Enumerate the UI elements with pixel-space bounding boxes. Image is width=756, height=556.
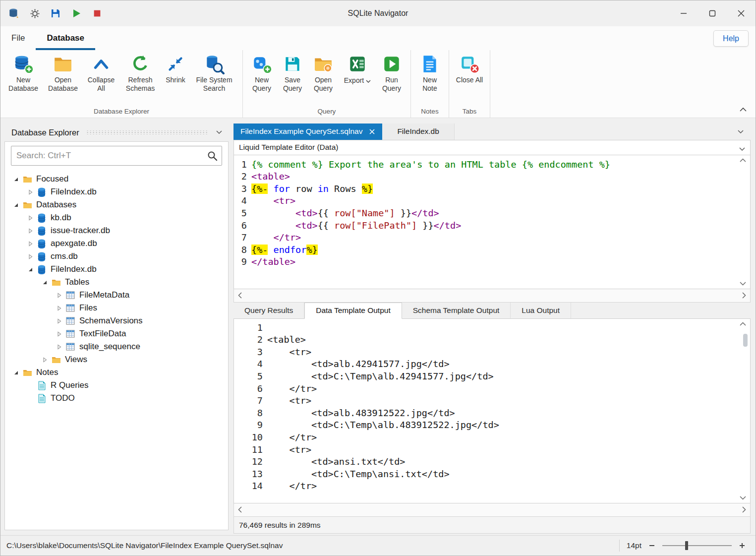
tab-lua-output[interactable]: Lua Output — [511, 303, 571, 318]
editor-horizontal-scrollbar[interactable] — [233, 289, 751, 303]
tree-collapsed-arrow-icon[interactable] — [26, 241, 35, 247]
font-size-increase-button[interactable] — [739, 542, 746, 549]
tree-item[interactable]: Tables — [5, 276, 228, 289]
editor-scroll-down-button[interactable] — [740, 282, 746, 286]
save-icon[interactable] — [49, 7, 62, 20]
tab-queryset[interactable]: FileIndex Example QuerySet.sqlnav — [233, 124, 382, 140]
export-button[interactable]: Export — [339, 51, 376, 85]
data-template-output-pane[interactable]: 12<table>3 <tr>4 <td>alb.42941577.jpg</t… — [233, 319, 751, 504]
open-query-button[interactable]: Open Query — [308, 51, 338, 92]
close-all-icon — [459, 54, 480, 74]
tree-expanded-arrow-icon[interactable] — [26, 267, 35, 272]
table-icon — [64, 304, 76, 312]
tree-item[interactable]: FileIndex.db — [5, 263, 228, 276]
close-button[interactable] — [727, 0, 756, 26]
editor-scroll-left-button[interactable] — [238, 292, 242, 299]
panel-drag-handle[interactable] — [86, 130, 208, 134]
output-scroll-down-button[interactable] — [740, 496, 746, 500]
font-size-decrease-button[interactable] — [648, 542, 655, 549]
refresh-schemas-button[interactable]: Refresh Schemas — [119, 51, 161, 92]
tree-item[interactable]: cms.db — [5, 250, 228, 263]
tree-item[interactable]: R Queries — [5, 379, 228, 392]
tree-expanded-arrow-icon[interactable] — [12, 177, 20, 182]
tree-item[interactable]: Focused — [5, 173, 228, 185]
tab-fileindex-db[interactable]: FileIndex.db — [382, 124, 454, 140]
font-size-slider[interactable] — [662, 545, 732, 546]
shrink-button[interactable]: Shrink — [162, 51, 189, 84]
tree-collapsed-arrow-icon[interactable] — [26, 228, 35, 234]
tree-item[interactable]: Notes — [5, 366, 228, 379]
tree-collapsed-arrow-icon[interactable] — [41, 357, 49, 363]
database-explorer-header: Database Explorer — [4, 124, 229, 140]
collapse-all-button[interactable]: Collapse All — [84, 51, 118, 92]
settings-gear-icon[interactable] — [28, 7, 41, 20]
tree-collapsed-arrow-icon[interactable] — [55, 318, 63, 324]
output-horizontal-scrollbar[interactable] — [233, 503, 751, 517]
font-size-slider-thumb[interactable] — [685, 541, 688, 550]
maximize-button[interactable] — [698, 0, 727, 26]
tree-collapsed-arrow-icon[interactable] — [26, 189, 35, 195]
tree-item[interactable]: FileIndex.db — [5, 185, 228, 198]
output-scrollbar-thumb[interactable] — [743, 334, 748, 347]
tree-item[interactable]: apexgate.db — [5, 237, 228, 250]
output-code-line: <tr> — [267, 444, 311, 456]
output-code-line: <td>C:\Temp\ansi.txt</td> — [267, 468, 450, 481]
output-scroll-up-button[interactable] — [740, 322, 746, 326]
tab-schema-template-output[interactable]: Schema Template Output — [402, 303, 511, 318]
editor-scroll-right-button[interactable] — [742, 292, 746, 299]
tree-item[interactable]: Databases — [5, 198, 228, 211]
tab-list-dropdown-button[interactable] — [735, 124, 747, 140]
menu-database[interactable]: Database — [36, 26, 95, 50]
new-database-icon — [13, 54, 34, 74]
tab-data-template-output[interactable]: Data Template Output — [304, 303, 402, 319]
open-database-button[interactable]: Open Database — [43, 51, 83, 92]
output-scroll-right-button[interactable] — [742, 506, 746, 513]
tab-query-results[interactable]: Query Results — [233, 303, 304, 318]
tree-item[interactable]: FileMetaData — [5, 289, 228, 302]
run-query-button[interactable]: Run Query — [377, 51, 407, 92]
font-size-label: 14pt — [627, 541, 641, 550]
tree-item-label: FileIndex.db — [50, 264, 97, 274]
tab-close-icon[interactable] — [368, 128, 375, 135]
tree-expanded-arrow-icon[interactable] — [12, 370, 20, 375]
tree-item[interactable]: TextFileData — [5, 327, 228, 340]
tree-item[interactable]: issue-tracker.db — [5, 224, 228, 237]
tree-collapsed-arrow-icon[interactable] — [55, 331, 63, 337]
tree-collapsed-arrow-icon[interactable] — [26, 254, 35, 259]
tree-collapsed-arrow-icon[interactable] — [55, 306, 63, 311]
liquid-editor-header[interactable]: Liquid Template Editor (Data) — [233, 140, 751, 155]
search-input[interactable] — [11, 146, 222, 166]
minimize-button[interactable] — [669, 0, 698, 26]
tree-item[interactable]: Views — [5, 353, 228, 366]
tree-collapsed-arrow-icon[interactable] — [55, 344, 63, 350]
collapse-ribbon-button[interactable] — [738, 105, 749, 114]
new-note-button[interactable]: New Note — [415, 51, 445, 92]
search-icon[interactable] — [205, 149, 219, 162]
output-code-line: <td>C:\Temp\alb.42941577.jpg</td> — [267, 371, 494, 383]
db-icon — [36, 187, 48, 197]
tree-item[interactable]: SchemaVersions — [5, 314, 228, 327]
new-query-button[interactable]: New Query — [247, 51, 277, 92]
tree-expanded-arrow-icon[interactable] — [12, 202, 20, 208]
panel-dropdown-button[interactable] — [215, 128, 224, 137]
tree-item[interactable]: kb.db — [5, 211, 228, 224]
tree-collapsed-arrow-icon[interactable] — [55, 293, 63, 298]
tree-item[interactable]: Files — [5, 302, 228, 314]
run-icon[interactable] — [70, 7, 83, 20]
tree-item[interactable]: TODO — [5, 392, 228, 405]
output-scroll-left-button[interactable] — [238, 506, 242, 513]
help-button[interactable]: Help — [713, 30, 749, 47]
close-all-button[interactable]: Close All — [453, 51, 486, 84]
menu-file[interactable]: File — [0, 26, 36, 50]
editor-scroll-up-button[interactable] — [740, 158, 746, 162]
liquid-editor-collapse-icon[interactable] — [739, 144, 745, 153]
new-database-button[interactable]: New Database — [4, 51, 42, 92]
tree-item[interactable]: sqlite_sequence — [5, 340, 228, 353]
file-system-search-button[interactable]: File System Search — [190, 51, 238, 92]
liquid-template-editor[interactable]: 1{% comment %} Export the area's to an H… — [233, 155, 751, 289]
save-query-button[interactable]: Save Query — [278, 51, 307, 92]
tree-collapsed-arrow-icon[interactable] — [26, 215, 35, 221]
tree-expanded-arrow-icon[interactable] — [41, 280, 49, 285]
stop-icon[interactable] — [91, 7, 104, 20]
note-icon — [36, 381, 48, 390]
